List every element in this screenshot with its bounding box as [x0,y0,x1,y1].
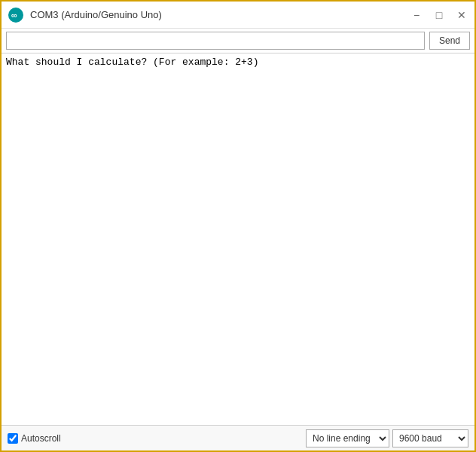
autoscroll-checkbox[interactable] [8,433,18,444]
arduino-serial-monitor: ∞ COM3 (Arduino/Genuino Uno) − □ ✕ Send … [0,0,476,452]
serial-output-text: What should I calculate? (For example: 2… [6,56,258,68]
minimize-button[interactable]: − [410,8,423,22]
autoscroll-label: Autoscroll [21,433,61,444]
maximize-button[interactable]: □ [432,8,446,22]
arduino-logo: ∞ [8,7,24,23]
serial-output-area: What should I calculate? (For example: 2… [2,53,474,425]
autoscroll-area: Autoscroll [8,433,306,444]
message-input[interactable] [6,32,425,50]
window-controls: − □ ✕ [410,8,468,22]
input-bar: Send [2,29,474,53]
svg-text:∞: ∞ [11,11,17,20]
window-title: COM3 (Arduino/Genuino Uno) [30,9,410,20]
baud-rate-select[interactable]: 300 baud 1200 baud 2400 baud 4800 baud 9… [392,429,468,447]
title-bar: ∞ COM3 (Arduino/Genuino Uno) − □ ✕ [2,2,474,29]
close-button[interactable]: ✕ [455,8,468,22]
status-bar: Autoscroll No line ending Newline Carria… [2,425,474,450]
status-controls: No line ending Newline Carriage return B… [306,429,468,447]
send-button[interactable]: Send [429,32,470,50]
line-ending-select[interactable]: No line ending Newline Carriage return B… [306,429,389,447]
